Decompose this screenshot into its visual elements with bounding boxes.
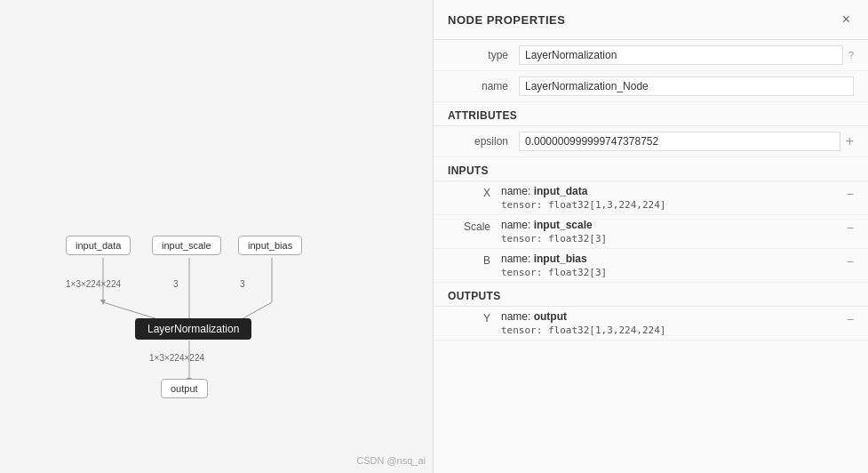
output-y-axis-label: Y (448, 310, 501, 336)
node-input-scale-label: input_scale (162, 240, 211, 251)
input-scale-details: name: input_scale tensor: float32[3] (501, 219, 840, 245)
type-row: type ? (434, 40, 868, 71)
node-input-bias[interactable]: input_bias (238, 236, 302, 255)
node-input-scale[interactable]: input_scale (152, 236, 221, 255)
output-y-minus[interactable]: − (840, 310, 854, 336)
input-b-name: name: input_bias (501, 253, 840, 265)
type-input[interactable] (519, 45, 843, 65)
node-input-data-label: input_data (76, 240, 121, 251)
input-scale-axis-label: Scale (448, 219, 501, 245)
input-b-details: name: input_bias tensor: float32[3] (501, 253, 840, 278)
edge-label-1: 3 (173, 279, 179, 289)
node-input-data[interactable]: input_data (66, 236, 131, 255)
epsilon-row: epsilon + (434, 126, 868, 157)
input-b-minus[interactable]: − (840, 253, 854, 278)
output-y-name-bold: output (534, 310, 567, 323)
input-scale-name: name: input_scale (501, 219, 840, 231)
input-x-name: name: input_data (501, 185, 840, 197)
properties-body: type ? name ATTRIBUTES epsilon + INPUTS (434, 40, 868, 473)
edge-label-0: 1×3×224×224 (66, 279, 121, 289)
inputs-section-header: INPUTS (434, 157, 868, 180)
input-scale-tensor: tensor: float32[3] (501, 233, 840, 245)
input-x-axis-label: X (448, 185, 501, 211)
input-x-tensor: tensor: float32[1,3,224,224] (501, 199, 840, 211)
watermark: CSDN @nsq_ai (356, 455, 426, 466)
outputs-section-header: OUTPUTS (434, 283, 868, 306)
output-y-row: Y name: output tensor: float32[1,3,224,2… (434, 307, 868, 341)
type-value-container: ? (519, 45, 854, 65)
name-value-container (519, 76, 854, 96)
input-x-details: name: input_data tensor: float32[1,3,224… (501, 185, 840, 211)
name-label: name (448, 80, 519, 92)
node-layer-norm-label: LayerNormalization (147, 323, 239, 335)
input-x-row: X name: input_data tensor: float32[1,3,2… (434, 181, 868, 215)
close-button[interactable]: × (839, 11, 854, 28)
edge-label-2: 3 (240, 279, 245, 289)
epsilon-value-container: + (519, 132, 854, 151)
name-input[interactable] (519, 76, 854, 96)
epsilon-label: epsilon (448, 135, 519, 148)
input-scale-row: Scale name: input_scale tensor: float32[… (434, 215, 868, 249)
output-y-details: name: output tensor: float32[1,3,224,224… (501, 310, 840, 336)
input-x-name-bold: input_data (534, 185, 588, 197)
node-output-label: output (171, 383, 198, 394)
attributes-section-header: ATTRIBUTES (434, 102, 868, 125)
input-x-minus[interactable]: − (840, 185, 854, 211)
type-help[interactable]: ? (848, 50, 854, 60)
input-b-row: B name: input_bias tensor: float32[3] − (434, 249, 868, 283)
output-y-tensor: tensor: float32[1,3,224,224] (501, 325, 840, 336)
edge-label-3: 1×3×224×224 (149, 353, 204, 363)
properties-panel: NODE PROPERTIES × type ? name ATTRIBUTES… (433, 0, 868, 473)
graph-panel: input_data input_scale input_bias 1×3×22… (0, 0, 433, 473)
epsilon-input[interactable] (519, 132, 840, 151)
input-b-tensor: tensor: float32[3] (501, 267, 840, 278)
name-row: name (434, 71, 868, 102)
input-b-axis-label: B (448, 253, 501, 278)
type-label: type (448, 49, 519, 61)
input-scale-name-bold: input_scale (534, 219, 593, 231)
node-layer-norm[interactable]: LayerNormalization (135, 318, 251, 340)
properties-title: NODE PROPERTIES (448, 13, 565, 27)
output-y-name: name: output (501, 310, 840, 323)
input-scale-minus[interactable]: − (840, 219, 854, 245)
input-b-name-bold: input_bias (534, 253, 587, 265)
epsilon-plus[interactable]: + (846, 133, 854, 149)
node-output[interactable]: output (161, 379, 208, 398)
node-input-bias-label: input_bias (248, 240, 292, 251)
properties-header: NODE PROPERTIES × (434, 0, 868, 40)
